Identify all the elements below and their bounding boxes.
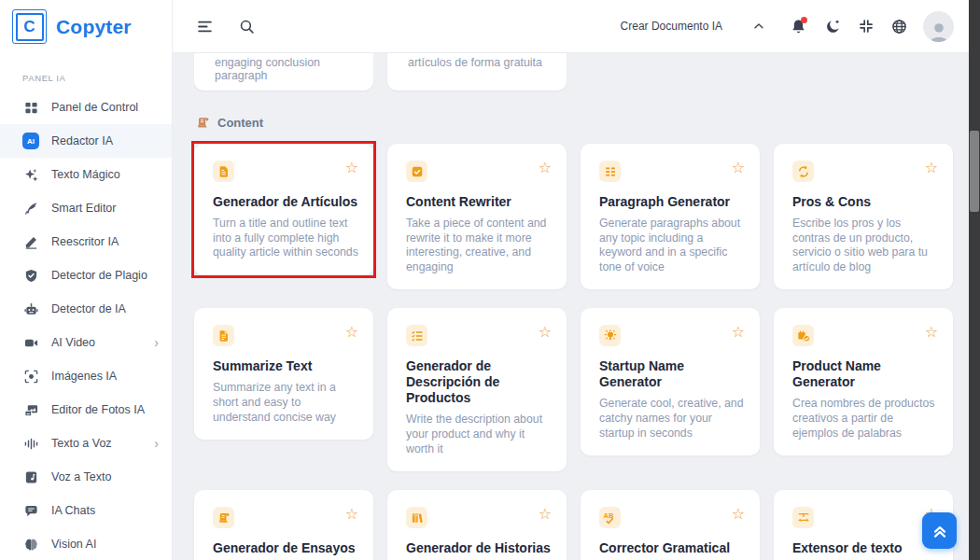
quill-icon bbox=[22, 200, 39, 217]
card-description: Take a piece of content and rewrite it t… bbox=[406, 217, 552, 274]
tool-card-paragraph-generator[interactable]: ☆Paragraph GeneratorGenerate paragraphs … bbox=[581, 144, 760, 289]
create-document-button[interactable]: Crear Documento IA bbox=[621, 20, 722, 33]
search-icon[interactable] bbox=[239, 19, 255, 35]
sidebar-item-label: Redactor IA bbox=[51, 134, 113, 147]
card-title: Generador de Descripción de Productos bbox=[406, 358, 552, 406]
star-icon[interactable]: ☆ bbox=[539, 507, 552, 522]
shield-check-icon bbox=[22, 267, 39, 284]
sync-icon bbox=[792, 161, 814, 182]
photo-editor-icon bbox=[22, 401, 39, 418]
chat-icon bbox=[22, 502, 39, 519]
scroll-to-top-button[interactable] bbox=[922, 512, 957, 549]
bulb-icon bbox=[599, 325, 621, 346]
pencil-icon bbox=[22, 233, 39, 250]
card-title: Startup Name Generator bbox=[599, 358, 745, 390]
card-title: Generador de Artículos bbox=[213, 194, 358, 210]
card-top-row: ☆ bbox=[406, 325, 552, 346]
partial-cards-row: engaging conclusion paragraphartículos d… bbox=[194, 53, 969, 91]
scroll-icon bbox=[196, 116, 210, 130]
star-icon[interactable]: ☆ bbox=[345, 161, 358, 175]
sidebar-item-ia-chats[interactable]: IA Chats bbox=[0, 494, 172, 527]
star-icon[interactable]: ☆ bbox=[539, 161, 552, 175]
sidebar-item-detector-de-ia[interactable]: Detector de IA bbox=[0, 292, 172, 326]
bell-icon[interactable] bbox=[791, 19, 806, 35]
menu-toggle-icon[interactable] bbox=[197, 19, 213, 35]
sidebar-item-detector-de-plagio[interactable]: Detector de Plagio bbox=[0, 259, 172, 292]
scrollbar-thumb[interactable] bbox=[970, 131, 979, 212]
tool-card-generador-de-ensayos[interactable]: ☆Generador de EnsayosCrea ensayos académ… bbox=[194, 490, 373, 560]
sidebar-item-label: IA Chats bbox=[51, 504, 95, 517]
sidebar-item-label: Editor de Fotos IA bbox=[51, 403, 145, 416]
card-title: Extensor de texto bbox=[792, 540, 938, 556]
content-section-title: Content bbox=[217, 116, 263, 130]
tool-card-generador-de-articulos[interactable]: ☆Generador de ArtículosTurn a title and … bbox=[194, 144, 373, 275]
moon-icon[interactable] bbox=[825, 19, 841, 35]
checklist-icon bbox=[406, 325, 427, 346]
card-top-row: ☆ bbox=[792, 161, 938, 182]
sidebar-item-vision-ai[interactable]: Vision AI bbox=[0, 527, 172, 560]
card-top-row: ☆ bbox=[792, 325, 938, 346]
waveform-icon bbox=[22, 435, 39, 452]
star-icon[interactable]: ☆ bbox=[539, 325, 552, 340]
card-top-row: ☆ bbox=[406, 161, 552, 182]
video-icon bbox=[22, 334, 39, 351]
brand-name: Copyter bbox=[56, 16, 132, 38]
star-icon[interactable]: ☆ bbox=[925, 325, 938, 340]
sidebar-section-label: PANEL IA bbox=[22, 73, 172, 83]
card-top-row: AB☆ bbox=[599, 507, 745, 528]
sidebar-item-editor-de-fotos-ia[interactable]: Editor de Fotos IA bbox=[0, 393, 172, 427]
sidebar-item-label: Detector de IA bbox=[51, 302, 126, 315]
chevron-right-icon: › bbox=[154, 437, 159, 450]
check-square-icon bbox=[406, 161, 427, 182]
tool-card-generador-de-historias[interactable]: ☆Generador de HistoriasPermita que la IA… bbox=[387, 490, 567, 560]
browser-scrollbar[interactable] bbox=[969, 0, 980, 560]
star-icon[interactable]: ☆ bbox=[925, 161, 938, 175]
brand-logo[interactable]: C Copyter bbox=[0, 0, 172, 53]
star-icon[interactable]: ☆ bbox=[732, 325, 745, 340]
sidebar-item-ai-video[interactable]: AI Video› bbox=[0, 326, 172, 359]
partial-card-text: artículos de forma gratuita bbox=[408, 56, 542, 69]
notification-dot bbox=[801, 17, 807, 23]
sidebar-item-panel-de-control[interactable]: Panel de Control bbox=[0, 91, 172, 124]
sidebar-item-reescritor-ia[interactable]: Reescritor IA bbox=[0, 225, 172, 259]
brain-icon bbox=[22, 536, 39, 553]
tool-card-content-rewriter[interactable]: ☆Content RewriterTake a piece of content… bbox=[387, 144, 567, 289]
sidebar-item-imagenes-ia[interactable]: Imágenes IA bbox=[0, 359, 172, 393]
partial-tool-card[interactable]: engaging conclusion paragraph bbox=[194, 53, 373, 91]
doc-article-icon bbox=[213, 161, 234, 182]
star-icon[interactable]: ☆ bbox=[345, 325, 358, 340]
card-description: Write the description about your product… bbox=[406, 413, 552, 456]
chevron-up-icon[interactable] bbox=[752, 20, 765, 33]
card-title: Content Rewriter bbox=[406, 194, 552, 210]
tool-card-corrector-gramatical[interactable]: AB☆Corrector GramaticalAsegúrese de que … bbox=[581, 490, 760, 560]
tool-card-product-name-generator[interactable]: ☆Product Name GeneratorCrea nombres de p… bbox=[774, 308, 953, 455]
content-section-header: Content bbox=[196, 116, 969, 130]
card-title: Generador de Ensayos bbox=[213, 540, 358, 556]
star-icon[interactable]: ☆ bbox=[732, 161, 745, 175]
gift-check-icon bbox=[792, 325, 814, 346]
camera-focus-icon bbox=[22, 368, 39, 385]
sidebar-item-voz-a-texto[interactable]: Voz a Texto bbox=[0, 460, 172, 494]
partial-tool-card[interactable]: artículos de forma gratuita bbox=[387, 53, 567, 91]
sidebar-item-smart-editor[interactable]: Smart Editor bbox=[0, 191, 172, 225]
tool-card-pros-cons[interactable]: ☆Pros & ConsEscribe los pros y los contr… bbox=[774, 144, 953, 289]
sidebar-item-texto-magico[interactable]: Texto Mágico bbox=[0, 158, 172, 191]
tool-card-startup-name-generator[interactable]: ☆Startup Name GeneratorGenerate cool, cr… bbox=[581, 308, 760, 455]
essay-scroll-icon bbox=[213, 507, 234, 528]
main-content: engaging conclusion paragraphartículos d… bbox=[173, 53, 969, 560]
globe-icon[interactable] bbox=[891, 19, 907, 35]
star-icon[interactable]: ☆ bbox=[345, 507, 358, 522]
tool-card-generador-de-descripcion-de-productos[interactable]: ☆Generador de Descripción de ProductosWr… bbox=[387, 308, 567, 471]
user-avatar[interactable] bbox=[923, 11, 954, 42]
star-icon[interactable]: ☆ bbox=[732, 507, 745, 522]
sidebar-item-redactor-ia[interactable]: AIRedactor IA bbox=[0, 124, 172, 158]
sidebar-item-texto-a-voz[interactable]: Texto a Voz› bbox=[0, 427, 172, 460]
card-top-row: ☆ bbox=[213, 325, 358, 346]
card-description: Crea nombres de productos creativos a pa… bbox=[792, 397, 938, 441]
card-top-row: ☆ bbox=[213, 507, 358, 528]
card-top-row: ☆ bbox=[406, 507, 552, 528]
top-header: Crear Documento IA bbox=[173, 0, 969, 53]
header-actions: Crear Documento IA bbox=[621, 11, 969, 42]
compress-icon[interactable] bbox=[859, 19, 874, 34]
tool-card-summarize-text[interactable]: ☆Summarize TextSummarize any text in a s… bbox=[194, 308, 373, 440]
